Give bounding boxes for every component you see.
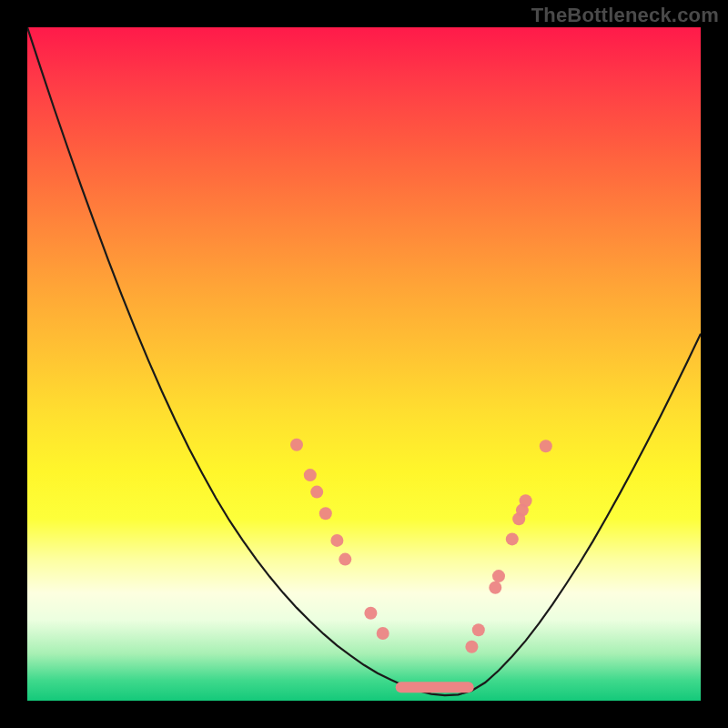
- data-point: [330, 534, 343, 547]
- data-point: [339, 553, 351, 566]
- data-point: [465, 641, 478, 653]
- watermark-text: TheBottleneck.com: [531, 4, 719, 27]
- data-point: [492, 570, 505, 582]
- data-point: [506, 532, 519, 545]
- data-point: [319, 507, 332, 520]
- curve-svg: [27, 27, 701, 701]
- data-point: [489, 581, 501, 594]
- data-point: [540, 440, 552, 452]
- plot-area: [27, 27, 701, 701]
- data-point: [377, 627, 389, 640]
- data-point: [310, 486, 323, 499]
- data-point: [520, 494, 532, 507]
- bottleneck-curve: [27, 27, 701, 695]
- data-point-dots: [290, 439, 552, 653]
- data-point: [472, 623, 485, 636]
- data-point: [364, 607, 377, 620]
- data-point: [304, 469, 317, 481]
- data-point: [290, 439, 303, 451]
- chart-frame: TheBottleneck.com: [0, 0, 728, 728]
